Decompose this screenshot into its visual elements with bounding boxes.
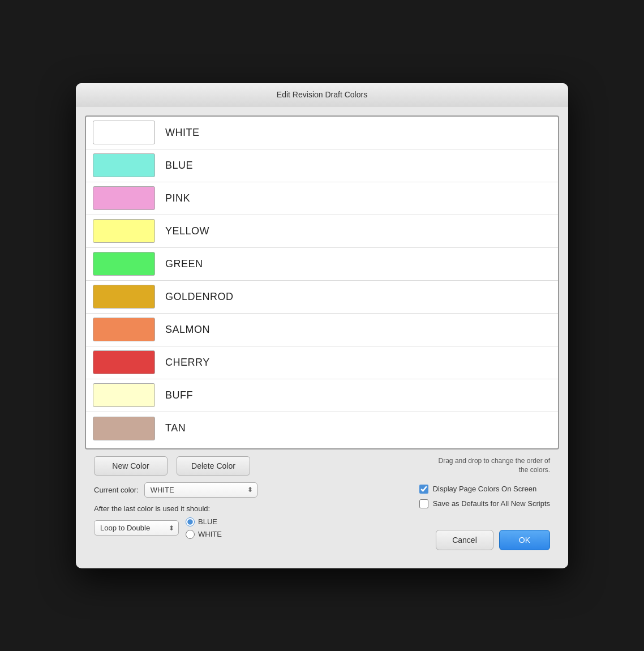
radio-white-input[interactable] (186, 530, 195, 539)
delete-color-button[interactable]: Delete Color (177, 456, 250, 476)
color-swatch (93, 350, 155, 374)
current-color-select-wrapper: WHITEBLUEPINKYELLOWGREENGOLDENRODSALMONC… (144, 482, 257, 498)
dialog-title: Edit Revision Draft Colors (76, 83, 568, 106)
color-row[interactable]: PINK (86, 182, 558, 215)
display-page-colors-label: Display Page Colors On Screen (433, 485, 537, 493)
drag-hint-text: Drag and drop to change the order of the… (437, 456, 550, 476)
color-row[interactable]: WHITE (86, 117, 558, 149)
color-row[interactable]: TAN (86, 412, 558, 445)
color-name: SALMON (165, 324, 210, 336)
radio-blue-label: BLUE (198, 517, 217, 526)
radio-group: BLUE WHITE (186, 517, 222, 539)
color-row[interactable]: GOLDENROD (86, 281, 558, 314)
radio-blue-input[interactable] (186, 517, 195, 526)
color-swatch (93, 383, 155, 407)
color-swatch (93, 121, 155, 144)
color-row[interactable]: CHERRY (86, 346, 558, 379)
color-row[interactable]: YELLOW (86, 215, 558, 248)
color-name: YELLOW (165, 225, 209, 237)
color-name: GREEN (165, 258, 203, 270)
loop-select-wrapper: Loop to DoubleLoop to SingleStop ⬍ (94, 520, 179, 536)
color-row[interactable]: GREEN (86, 248, 558, 281)
save-as-defaults-label: Save as Defaults for All New Scripts (433, 499, 550, 508)
color-swatch (93, 318, 155, 341)
color-row[interactable]: BLUE (86, 149, 558, 182)
save-as-defaults-checkbox[interactable] (419, 499, 428, 508)
color-name: PINK (165, 192, 190, 204)
cancel-button[interactable]: Cancel (436, 530, 493, 550)
save-as-defaults-row[interactable]: Save as Defaults for All New Scripts (419, 499, 550, 508)
color-name: BLUE (165, 160, 193, 172)
color-list: WHITEBLUEPINKYELLOWGREENGOLDENRODSALMONC… (85, 115, 559, 449)
color-swatch (93, 285, 155, 309)
radio-white-label: WHITE (198, 530, 222, 538)
loop-to-select[interactable]: Loop to DoubleLoop to SingleStop (94, 520, 179, 536)
color-swatch (93, 186, 155, 210)
radio-white-item[interactable]: WHITE (186, 530, 222, 539)
radio-blue-item[interactable]: BLUE (186, 517, 222, 526)
ok-button[interactable]: OK (499, 530, 550, 550)
display-page-colors-checkbox[interactable] (419, 485, 428, 494)
color-name: TAN (165, 422, 186, 434)
display-page-colors-row[interactable]: Display Page Colors On Screen (419, 485, 550, 494)
color-swatch (93, 252, 155, 276)
color-name: BUFF (165, 389, 193, 401)
color-name: WHITE (165, 127, 200, 139)
after-last-color-label: After the last color is used it should: (94, 504, 408, 513)
edit-revision-draft-colors-dialog: Edit Revision Draft Colors WHITEBLUEPINK… (76, 83, 568, 568)
color-name: CHERRY (165, 357, 210, 369)
color-row[interactable]: SALMON (86, 314, 558, 346)
new-color-button[interactable]: New Color (94, 456, 168, 476)
color-row[interactable]: BUFF (86, 379, 558, 412)
color-swatch (93, 219, 155, 243)
color-swatch (93, 417, 155, 440)
color-swatch (93, 153, 155, 177)
color-name: GOLDENROD (165, 291, 234, 303)
current-color-label: Current color: (94, 486, 139, 494)
current-color-select[interactable]: WHITEBLUEPINKYELLOWGREENGOLDENRODSALMONC… (144, 482, 257, 498)
